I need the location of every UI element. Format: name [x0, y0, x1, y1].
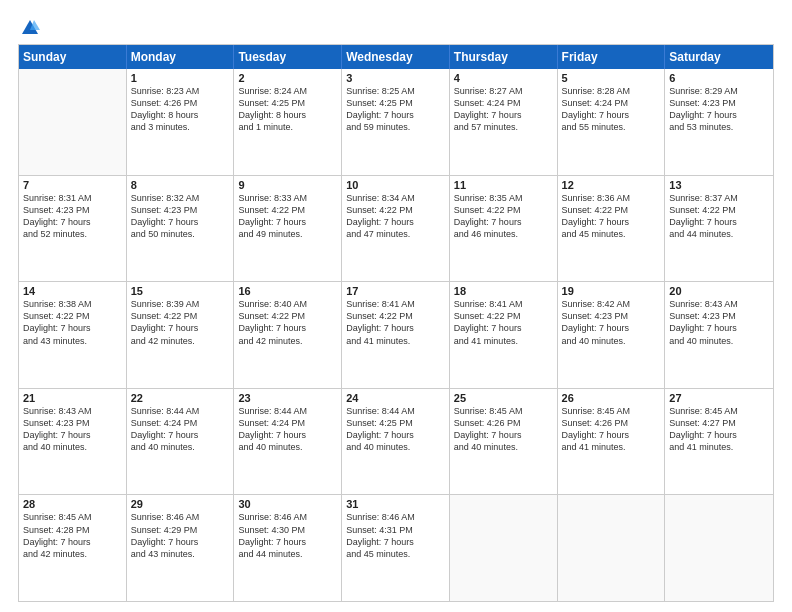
- cell-content: Sunrise: 8:27 AM Sunset: 4:24 PM Dayligh…: [454, 85, 553, 134]
- calendar-cell: 17Sunrise: 8:41 AM Sunset: 4:22 PM Dayli…: [342, 282, 450, 388]
- calendar-cell: [558, 495, 666, 601]
- cell-content: Sunrise: 8:31 AM Sunset: 4:23 PM Dayligh…: [23, 192, 122, 241]
- calendar-cell: 7Sunrise: 8:31 AM Sunset: 4:23 PM Daylig…: [19, 176, 127, 282]
- calendar-cell: 3Sunrise: 8:25 AM Sunset: 4:25 PM Daylig…: [342, 69, 450, 175]
- day-number: 31: [346, 498, 445, 510]
- day-number: 6: [669, 72, 769, 84]
- calendar-cell: 24Sunrise: 8:44 AM Sunset: 4:25 PM Dayli…: [342, 389, 450, 495]
- day-number: 25: [454, 392, 553, 404]
- cell-content: Sunrise: 8:32 AM Sunset: 4:23 PM Dayligh…: [131, 192, 230, 241]
- day-number: 24: [346, 392, 445, 404]
- cell-content: Sunrise: 8:25 AM Sunset: 4:25 PM Dayligh…: [346, 85, 445, 134]
- calendar-cell: 8Sunrise: 8:32 AM Sunset: 4:23 PM Daylig…: [127, 176, 235, 282]
- cell-content: Sunrise: 8:37 AM Sunset: 4:22 PM Dayligh…: [669, 192, 769, 241]
- calendar-cell: 2Sunrise: 8:24 AM Sunset: 4:25 PM Daylig…: [234, 69, 342, 175]
- calendar-cell: 5Sunrise: 8:28 AM Sunset: 4:24 PM Daylig…: [558, 69, 666, 175]
- header-day-saturday: Saturday: [665, 45, 773, 69]
- cell-content: Sunrise: 8:40 AM Sunset: 4:22 PM Dayligh…: [238, 298, 337, 347]
- cell-content: Sunrise: 8:43 AM Sunset: 4:23 PM Dayligh…: [669, 298, 769, 347]
- day-number: 27: [669, 392, 769, 404]
- calendar-cell: 1Sunrise: 8:23 AM Sunset: 4:26 PM Daylig…: [127, 69, 235, 175]
- cell-content: Sunrise: 8:39 AM Sunset: 4:22 PM Dayligh…: [131, 298, 230, 347]
- cell-content: Sunrise: 8:23 AM Sunset: 4:26 PM Dayligh…: [131, 85, 230, 134]
- day-number: 17: [346, 285, 445, 297]
- day-number: 19: [562, 285, 661, 297]
- cell-content: Sunrise: 8:29 AM Sunset: 4:23 PM Dayligh…: [669, 85, 769, 134]
- cell-content: Sunrise: 8:33 AM Sunset: 4:22 PM Dayligh…: [238, 192, 337, 241]
- cell-content: Sunrise: 8:41 AM Sunset: 4:22 PM Dayligh…: [346, 298, 445, 347]
- cell-content: Sunrise: 8:43 AM Sunset: 4:23 PM Dayligh…: [23, 405, 122, 454]
- calendar-cell: 15Sunrise: 8:39 AM Sunset: 4:22 PM Dayli…: [127, 282, 235, 388]
- calendar-cell: 19Sunrise: 8:42 AM Sunset: 4:23 PM Dayli…: [558, 282, 666, 388]
- day-number: 10: [346, 179, 445, 191]
- cell-content: Sunrise: 8:46 AM Sunset: 4:31 PM Dayligh…: [346, 511, 445, 560]
- calendar-cell: 22Sunrise: 8:44 AM Sunset: 4:24 PM Dayli…: [127, 389, 235, 495]
- page: SundayMondayTuesdayWednesdayThursdayFrid…: [0, 0, 792, 612]
- cell-content: Sunrise: 8:35 AM Sunset: 4:22 PM Dayligh…: [454, 192, 553, 241]
- calendar: SundayMondayTuesdayWednesdayThursdayFrid…: [18, 44, 774, 602]
- header-day-thursday: Thursday: [450, 45, 558, 69]
- day-number: 5: [562, 72, 661, 84]
- calendar-cell: 31Sunrise: 8:46 AM Sunset: 4:31 PM Dayli…: [342, 495, 450, 601]
- logo-icon: [20, 18, 40, 38]
- day-number: 2: [238, 72, 337, 84]
- calendar-cell: 29Sunrise: 8:46 AM Sunset: 4:29 PM Dayli…: [127, 495, 235, 601]
- cell-content: Sunrise: 8:46 AM Sunset: 4:29 PM Dayligh…: [131, 511, 230, 560]
- day-number: 21: [23, 392, 122, 404]
- calendar-cell: 30Sunrise: 8:46 AM Sunset: 4:30 PM Dayli…: [234, 495, 342, 601]
- day-number: 7: [23, 179, 122, 191]
- day-number: 23: [238, 392, 337, 404]
- calendar-cell: 10Sunrise: 8:34 AM Sunset: 4:22 PM Dayli…: [342, 176, 450, 282]
- calendar-cell: 20Sunrise: 8:43 AM Sunset: 4:23 PM Dayli…: [665, 282, 773, 388]
- day-number: 26: [562, 392, 661, 404]
- calendar-cell: 25Sunrise: 8:45 AM Sunset: 4:26 PM Dayli…: [450, 389, 558, 495]
- calendar-body: 1Sunrise: 8:23 AM Sunset: 4:26 PM Daylig…: [19, 69, 773, 601]
- day-number: 30: [238, 498, 337, 510]
- day-number: 13: [669, 179, 769, 191]
- calendar-header: SundayMondayTuesdayWednesdayThursdayFrid…: [19, 45, 773, 69]
- day-number: 12: [562, 179, 661, 191]
- calendar-cell: 16Sunrise: 8:40 AM Sunset: 4:22 PM Dayli…: [234, 282, 342, 388]
- calendar-cell: [665, 495, 773, 601]
- header-day-monday: Monday: [127, 45, 235, 69]
- cell-content: Sunrise: 8:38 AM Sunset: 4:22 PM Dayligh…: [23, 298, 122, 347]
- header: [18, 18, 774, 38]
- day-number: 28: [23, 498, 122, 510]
- calendar-cell: 21Sunrise: 8:43 AM Sunset: 4:23 PM Dayli…: [19, 389, 127, 495]
- header-day-wednesday: Wednesday: [342, 45, 450, 69]
- cell-content: Sunrise: 8:45 AM Sunset: 4:26 PM Dayligh…: [562, 405, 661, 454]
- calendar-cell: 11Sunrise: 8:35 AM Sunset: 4:22 PM Dayli…: [450, 176, 558, 282]
- cell-content: Sunrise: 8:42 AM Sunset: 4:23 PM Dayligh…: [562, 298, 661, 347]
- cell-content: Sunrise: 8:41 AM Sunset: 4:22 PM Dayligh…: [454, 298, 553, 347]
- cell-content: Sunrise: 8:45 AM Sunset: 4:27 PM Dayligh…: [669, 405, 769, 454]
- calendar-cell: 27Sunrise: 8:45 AM Sunset: 4:27 PM Dayli…: [665, 389, 773, 495]
- day-number: 4: [454, 72, 553, 84]
- calendar-cell: 13Sunrise: 8:37 AM Sunset: 4:22 PM Dayli…: [665, 176, 773, 282]
- cell-content: Sunrise: 8:36 AM Sunset: 4:22 PM Dayligh…: [562, 192, 661, 241]
- day-number: 22: [131, 392, 230, 404]
- header-day-friday: Friday: [558, 45, 666, 69]
- cell-content: Sunrise: 8:34 AM Sunset: 4:22 PM Dayligh…: [346, 192, 445, 241]
- cell-content: Sunrise: 8:24 AM Sunset: 4:25 PM Dayligh…: [238, 85, 337, 134]
- day-number: 18: [454, 285, 553, 297]
- calendar-cell: 23Sunrise: 8:44 AM Sunset: 4:24 PM Dayli…: [234, 389, 342, 495]
- day-number: 3: [346, 72, 445, 84]
- calendar-row-4: 28Sunrise: 8:45 AM Sunset: 4:28 PM Dayli…: [19, 494, 773, 601]
- calendar-cell: 18Sunrise: 8:41 AM Sunset: 4:22 PM Dayli…: [450, 282, 558, 388]
- cell-content: Sunrise: 8:28 AM Sunset: 4:24 PM Dayligh…: [562, 85, 661, 134]
- calendar-cell: 28Sunrise: 8:45 AM Sunset: 4:28 PM Dayli…: [19, 495, 127, 601]
- day-number: 1: [131, 72, 230, 84]
- logo: [18, 18, 40, 38]
- calendar-row-0: 1Sunrise: 8:23 AM Sunset: 4:26 PM Daylig…: [19, 69, 773, 175]
- cell-content: Sunrise: 8:44 AM Sunset: 4:24 PM Dayligh…: [238, 405, 337, 454]
- calendar-cell: [450, 495, 558, 601]
- cell-content: Sunrise: 8:46 AM Sunset: 4:30 PM Dayligh…: [238, 511, 337, 560]
- day-number: 20: [669, 285, 769, 297]
- day-number: 11: [454, 179, 553, 191]
- day-number: 9: [238, 179, 337, 191]
- day-number: 15: [131, 285, 230, 297]
- day-number: 16: [238, 285, 337, 297]
- calendar-cell: 6Sunrise: 8:29 AM Sunset: 4:23 PM Daylig…: [665, 69, 773, 175]
- calendar-cell: 4Sunrise: 8:27 AM Sunset: 4:24 PM Daylig…: [450, 69, 558, 175]
- calendar-row-3: 21Sunrise: 8:43 AM Sunset: 4:23 PM Dayli…: [19, 388, 773, 495]
